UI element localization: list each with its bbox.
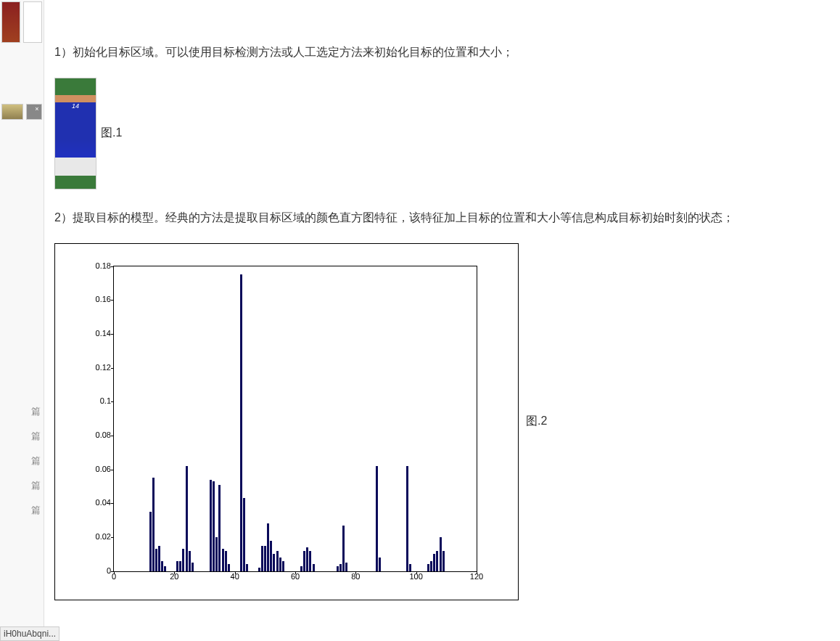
y-tick-label: 0.14 <box>85 327 111 341</box>
histogram-bar <box>261 546 263 571</box>
histogram-bar <box>240 274 242 571</box>
histogram-bar <box>342 526 345 571</box>
jersey-number: 14 <box>72 100 79 112</box>
histogram-bar <box>279 558 281 571</box>
histogram-bar <box>313 564 315 571</box>
status-bar: iH0huAbqni... <box>0 626 59 641</box>
thumbnail-1[interactable] <box>1 1 20 43</box>
y-tick-label: 0.16 <box>85 293 111 307</box>
histogram-bar <box>164 566 166 571</box>
histogram-bar <box>186 466 188 571</box>
figure-2-wrap: 00.020.040.060.080.10.120.140.160.180204… <box>54 243 831 600</box>
paragraph-1: 1）初始化目标区域。可以使用目标检测方法或人工选定方法来初始化目标的位置和大小； <box>54 42 831 63</box>
histogram-bar <box>430 561 432 571</box>
histogram-bar <box>155 549 157 571</box>
sidebar-item[interactable]: 篇 <box>31 454 41 468</box>
histogram-bar <box>337 566 339 571</box>
thumbnail-3[interactable] <box>1 104 23 120</box>
histogram-bar <box>273 554 275 571</box>
histogram-bar <box>406 466 408 571</box>
main-content: 1）初始化目标区域。可以使用目标检测方法或人工选定方法来初始化目标的位置和大小；… <box>54 36 831 600</box>
figure-1-wrap: 14 图.1 <box>54 78 831 189</box>
histogram-bar <box>379 558 381 571</box>
y-tick-label: 0 <box>85 564 111 579</box>
histogram-bar <box>210 480 212 571</box>
histogram-bar <box>440 537 442 571</box>
histogram-bar <box>409 564 411 571</box>
figure-1-image: 14 <box>54 78 96 189</box>
figure-1-caption: 图.1 <box>101 123 122 144</box>
histogram-bar <box>427 564 429 571</box>
histogram-chart: 00.020.040.060.080.10.120.140.160.180204… <box>77 258 483 592</box>
histogram-bar <box>161 561 163 571</box>
sidebar-item[interactable]: 篇 <box>31 405 41 418</box>
histogram-bar <box>158 546 160 571</box>
histogram-bar <box>149 512 152 571</box>
histogram-bar <box>306 547 308 571</box>
histogram-bar <box>225 551 227 571</box>
histogram-bar <box>179 561 181 571</box>
y-tick-label: 0.04 <box>85 496 111 510</box>
histogram-bar <box>213 481 215 571</box>
histogram-bar <box>182 549 184 571</box>
histogram-bar <box>276 551 279 571</box>
histogram-bar <box>176 561 178 571</box>
thumbnail-close[interactable]: × <box>26 104 42 120</box>
plot-area: 00.020.040.060.080.10.120.140.160.180204… <box>113 266 477 572</box>
y-tick-label: 0.02 <box>85 530 111 544</box>
histogram-bar <box>282 561 284 571</box>
histogram-bar <box>258 568 260 571</box>
y-tick-label: 0.12 <box>85 361 111 375</box>
figure-2-caption: 图.2 <box>526 411 547 432</box>
histogram-bar <box>309 551 311 571</box>
histogram-bar <box>215 537 218 571</box>
histogram-bar <box>345 563 347 571</box>
histogram-bar <box>243 498 245 571</box>
histogram-bar <box>152 478 155 571</box>
paragraph-2: 2）提取目标的模型。经典的方法是提取目标区域的颜色直方图特征，该特征加上目标的位… <box>54 208 831 229</box>
histogram-bar <box>222 549 224 571</box>
histogram-bar <box>189 551 191 571</box>
histogram-bar <box>264 546 266 571</box>
chart-outer-frame: 00.020.040.060.080.10.120.140.160.180204… <box>54 243 519 600</box>
y-tick-label: 0.06 <box>85 462 111 477</box>
y-tick-label: 0.1 <box>85 394 111 409</box>
close-icon[interactable]: × <box>33 105 41 113</box>
sidebar-item[interactable]: 篇 <box>31 504 41 517</box>
histogram-bar <box>228 564 230 571</box>
histogram-bar <box>433 554 435 571</box>
histogram-bar <box>442 551 445 571</box>
histogram-bar <box>218 485 221 571</box>
histogram-bar <box>303 551 305 571</box>
left-sidebar: × 篇 篇 篇 篇 篇 <box>0 0 44 641</box>
histogram-bar <box>339 564 342 571</box>
y-tick-label: 0.08 <box>85 428 111 443</box>
histogram-bar <box>376 466 378 571</box>
histogram-bar <box>246 564 248 571</box>
histogram-bar <box>436 551 438 571</box>
histogram-bar <box>267 523 269 571</box>
y-tick-label: 0.18 <box>85 259 111 274</box>
sidebar-item[interactable]: 篇 <box>31 479 41 492</box>
thumbnail-row-1 <box>0 0 44 44</box>
thumbnail-2[interactable] <box>23 1 42 43</box>
histogram-bar <box>192 563 194 571</box>
thumbnail-row-2: × <box>0 102 44 121</box>
histogram-bar <box>300 566 302 571</box>
histogram-bar <box>270 541 272 571</box>
sidebar-item[interactable]: 篇 <box>31 430 41 443</box>
